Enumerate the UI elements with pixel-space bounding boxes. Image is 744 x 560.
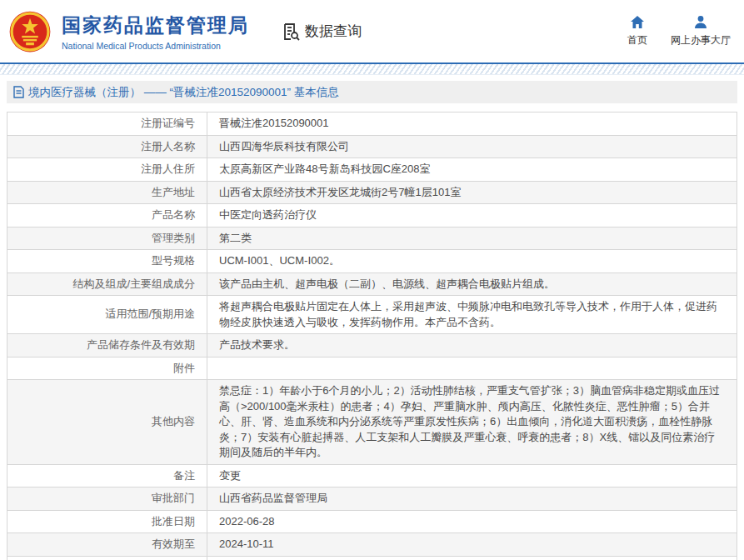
user-icon	[693, 15, 708, 30]
table-row: 附件	[7, 357, 737, 380]
row-label: 型号规格	[7, 250, 207, 273]
row-label-text: 审批部门	[152, 492, 195, 504]
row-label-text: 注册人名称	[141, 140, 195, 152]
table-row: 批准日期2022-06-28	[7, 510, 737, 533]
row-value: 中医定向透药治疗仪	[207, 204, 737, 228]
row-label: 产品储存条件及有效期	[7, 334, 207, 358]
row-label-text: 结构及组成/主要组成成分	[72, 278, 195, 290]
row-label: 注册人住所	[7, 158, 207, 182]
table-row: 注册人名称山西四海华辰科技有限公司	[7, 135, 737, 158]
row-value: 禁忌症：1）年龄小于6个月的小儿；2）活动性肺结核，严重支气管扩张；3）脑血管病…	[207, 380, 737, 465]
registration-info-table: 注册证编号晋械注准20152090001注册人名称山西四海华辰科技有限公司注册人…	[7, 112, 737, 560]
row-label: 其他内容	[7, 380, 207, 465]
row-value: 变更	[207, 464, 737, 488]
data-query-tab[interactable]: 数据查询	[281, 22, 362, 42]
table-row: 产品名称中医定向透药治疗仪	[7, 204, 737, 228]
table-row: 审批部门山西省药品监督管理局	[7, 488, 737, 511]
row-value: 产品技术要求。	[207, 334, 737, 358]
row-label-text: 备注	[173, 469, 195, 482]
site-logo[interactable]: 国家药品监督管理局 National Medical Products Admi…	[8, 10, 249, 53]
row-value-text: 变更	[219, 469, 241, 482]
table-row: 有效期至2024-10-11	[7, 533, 737, 557]
row-value-text: 晋械注准20152090001	[219, 117, 329, 129]
nav-service-hall-label: 网上办事大厅	[671, 33, 731, 48]
table-row: 管理类别第二类	[7, 227, 737, 250]
hatch-band	[0, 64, 744, 75]
row-label-text: 其他内容	[152, 415, 195, 428]
row-value: 山西省太原经济技术开发区龙城街2号7幢1层101室	[207, 181, 737, 204]
org-name-en: National Medical Products Administration	[62, 41, 249, 51]
row-label-text: 生产地址	[152, 186, 195, 198]
row-label-text: 型号规格	[152, 254, 195, 267]
national-emblem-icon	[8, 10, 52, 53]
row-value-text: 山西四海华辰科技有限公司	[219, 140, 349, 152]
header-nav: 首页 网上办事大厅	[627, 15, 731, 48]
table-row: 注册证编号晋械注准20152090001	[7, 112, 737, 136]
table-row: 结构及组成/主要组成成分该产品由主机、超声电极（二副）、电源线、超声耦合电极贴片…	[7, 272, 737, 296]
table-row: 适用范围/预期用途将超声耦合电极贴片固定在人体上，采用超声波、中频脉冲电和电致孔…	[7, 296, 737, 334]
row-label: 批准日期	[7, 510, 207, 533]
row-value-text: 将超声耦合电极贴片固定在人体上，采用超声波、中频脉冲电和电致孔等导入技术，作用于…	[219, 300, 717, 328]
row-label-text: 适用范围/预期用途	[105, 308, 195, 320]
row-value-text: 第二类	[219, 232, 252, 244]
table-row: 生产地址山西省太原经济技术开发区龙城街2号7幢1层101室	[7, 181, 737, 204]
row-label: 适用范围/预期用途	[7, 296, 207, 334]
row-label: 结构及组成/主要组成成分	[7, 272, 207, 296]
row-label-text: 批准日期	[152, 515, 195, 528]
breadcrumb: 境内医疗器械（注册） —— “晋械注准20152090001” 基本信息	[7, 81, 737, 103]
table-row: 产品储存条件及有效期产品技术要求。	[7, 334, 737, 358]
nav-service-hall[interactable]: 网上办事大厅	[671, 15, 731, 48]
table-row: 备注变更	[7, 464, 737, 488]
breadcrumb-text: 境内医疗器械（注册） —— “晋械注准20152090001” 基本信息	[28, 85, 339, 100]
data-query-label: 数据查询	[305, 22, 362, 41]
site-header: 国家药品监督管理局 National Medical Products Admi…	[0, 0, 744, 62]
row-value-text: 中医定向透药治疗仪	[219, 208, 317, 221]
row-value: 晋械注准20152090001	[207, 112, 737, 136]
nav-home-label: 首页	[627, 33, 647, 48]
row-value: 山西四海华辰科技有限公司	[207, 135, 737, 158]
row-value-text: UCM-Ⅰ001、UCM-Ⅰ002。	[219, 254, 340, 267]
row-label-text: 产品名称	[152, 208, 195, 221]
row-value-text: 产品技术要求。	[219, 338, 295, 351]
table-row: 注册人住所太原高新区产业路48号新岛科技园C座208室	[7, 158, 737, 182]
row-label: 备注	[7, 464, 207, 488]
row-label-text: 管理类别	[152, 232, 195, 244]
row-label-text: 有效期至	[152, 538, 195, 550]
row-value: UCM-Ⅰ001、UCM-Ⅰ002。	[207, 250, 737, 273]
row-value-text: 该产品由主机、超声电极（二副）、电源线、超声耦合电极贴片组成。	[219, 278, 555, 290]
row-label: 审批部门	[7, 488, 207, 511]
row-value	[207, 357, 737, 380]
table-row: 型号规格UCM-Ⅰ001、UCM-Ⅰ002。	[7, 250, 737, 273]
document-search-icon	[281, 22, 301, 42]
table-row: 变更情况	[7, 556, 737, 560]
row-value-text: 2022-06-28	[219, 515, 275, 528]
row-value: 2022-06-28	[207, 510, 737, 533]
row-value-text: 禁忌症：1）年龄小于6个月的小儿；2）活动性肺结核，严重支气管扩张；3）脑血管病…	[219, 384, 720, 458]
row-value: 山西省药品监督管理局	[207, 488, 737, 511]
row-label: 注册人名称	[7, 135, 207, 158]
row-label-text: 附件	[173, 362, 195, 374]
row-value: 将超声耦合电极贴片固定在人体上，采用超声波、中频脉冲电和电致孔等导入技术，作用于…	[207, 296, 737, 334]
row-label: 产品名称	[7, 204, 207, 228]
table-row: 其他内容禁忌症：1）年龄小于6个月的小儿；2）活动性肺结核，严重支气管扩张；3）…	[7, 380, 737, 465]
document-icon	[13, 86, 24, 98]
home-icon	[630, 15, 645, 30]
row-label: 注册证编号	[7, 112, 207, 136]
row-label: 变更情况	[7, 556, 207, 560]
row-label: 生产地址	[7, 181, 207, 204]
row-value: 第二类	[207, 227, 737, 250]
row-value	[207, 556, 737, 560]
row-label: 附件	[7, 357, 207, 380]
row-value-text: 2024-10-11	[219, 538, 274, 550]
row-value-text: 太原高新区产业路48号新岛科技园C座208室	[219, 162, 431, 175]
row-value: 该产品由主机、超声电极（二副）、电源线、超声耦合电极贴片组成。	[207, 272, 737, 296]
row-label-text: 注册证编号	[141, 117, 195, 129]
row-label-text: 产品储存条件及有效期	[87, 338, 195, 351]
row-label: 有效期至	[7, 533, 207, 557]
row-value-text: 山西省药品监督管理局	[219, 492, 327, 504]
org-name-zh: 国家药品监督管理局	[62, 12, 249, 38]
nav-home[interactable]: 首页	[627, 15, 647, 48]
row-label: 管理类别	[7, 227, 207, 250]
row-value: 2024-10-11	[207, 533, 737, 557]
row-value-text: 山西省太原经济技术开发区龙城街2号7幢1层101室	[219, 186, 461, 198]
